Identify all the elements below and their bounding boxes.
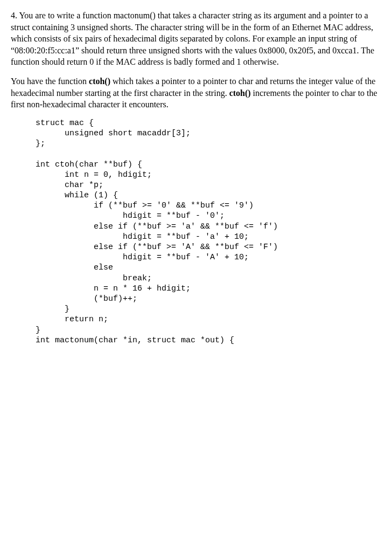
code-listing: struct mac { unsigned short macaddr[3]; … <box>11 118 378 346</box>
question-number: 4. <box>11 11 17 20</box>
question-paragraph-2: You have the function ctoh() which takes… <box>11 75 378 111</box>
para2-bold1: ctoh() <box>89 77 110 86</box>
para2-pre1: You have the function <box>11 77 89 86</box>
question-block: 4. You are to write a function mactonum(… <box>11 10 378 111</box>
question-paragraph-1: 4. You are to write a function mactonum(… <box>11 10 378 68</box>
para2-bold2: ctoh() <box>229 88 251 98</box>
para1-text: You are to write a function mactonum() t… <box>11 11 374 66</box>
